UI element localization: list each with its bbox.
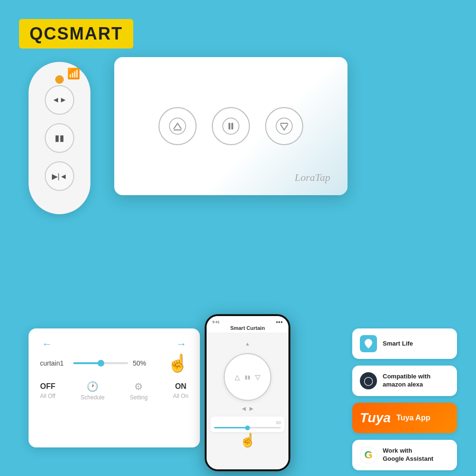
phone-slider-fill <box>214 427 248 428</box>
phone-header: 9:41●●● Smart Curtain <box>207 316 288 333</box>
action-on[interactable]: ON All On <box>173 382 188 399</box>
remote-control: 📶 ◄► ▮▮ ▶|◄ <box>29 62 90 214</box>
phone-nav-arrows: ▲ <box>245 341 250 347</box>
phone-hand-icon: ☝ <box>239 432 256 448</box>
panel-btn-close[interactable] <box>265 107 303 145</box>
google-assistant-label: Work withGoogle Assistant <box>383 447 433 463</box>
setting-icon: ⚙ <box>134 381 143 392</box>
phone-body: ▲ △ ▮▮ ▽ ◀▶ 50 ☝ <box>207 333 288 469</box>
phone-title: Smart Curtain <box>212 325 283 331</box>
arrow-right-icon: → <box>176 338 187 350</box>
curtain-label: curtain1 <box>40 359 69 367</box>
remote-btn-skip[interactable]: ▶|◄ <box>45 161 74 191</box>
phone-control-circle: △ ▮▮ ▽ <box>224 353 271 401</box>
slider-percentage: 50% <box>133 359 151 367</box>
phone-open-icon: △ <box>235 373 240 381</box>
svg-point-5 <box>276 118 292 134</box>
action-schedule[interactable]: 🕐 Schedule <box>81 381 105 401</box>
smart-life-icon <box>360 335 377 352</box>
slider-row: curtain1 50% ☝ <box>40 353 188 373</box>
panel-btn-open[interactable] <box>159 107 197 145</box>
phone-slider-track <box>214 427 281 428</box>
phone-slider-thumb <box>245 426 250 430</box>
panel-brand-label: LoraTap <box>295 171 330 184</box>
remote-btn-rewind[interactable]: ◄► <box>45 85 74 115</box>
hand-pointer-icon: ☝ <box>167 353 188 373</box>
badge-amazon-alexa: ◯ Compatible withamazon alexa <box>352 366 457 396</box>
curtain-slider[interactable] <box>73 362 128 364</box>
phone-slider-area: 50 <box>210 416 285 432</box>
alexa-icon: ◯ <box>360 372 377 389</box>
panel-btn-pause[interactable] <box>212 107 250 145</box>
brand-name: QCSMART <box>30 24 123 43</box>
slider-thumb <box>98 360 104 367</box>
badge-smart-life: Smart Life <box>352 328 457 359</box>
slider-fill <box>73 362 101 364</box>
app-card-actions: OFF All Off 🕐 Schedule ⚙ Setting ON All … <box>40 381 188 401</box>
badge-google-assistant: G Work withGoogle Assistant <box>352 440 457 470</box>
phone-screen: 9:41●●● Smart Curtain ▲ △ ▮▮ ▽ ◀▶ 50 <box>207 316 288 469</box>
app-card: ← → curtain1 50% ☝ OFF All Off 🕐 Schedul… <box>29 328 200 447</box>
svg-rect-4 <box>231 123 233 129</box>
schedule-icon: 🕐 <box>87 381 99 392</box>
switch-panel: LoraTap <box>114 57 347 195</box>
tuya-logo: Tuya <box>360 410 391 426</box>
google-icon: G <box>360 446 377 464</box>
svg-point-0 <box>169 118 186 134</box>
phone-mockup: 9:41●●● Smart Curtain ▲ △ ▮▮ ▽ ◀▶ 50 <box>205 314 290 471</box>
svg-point-2 <box>223 118 239 134</box>
app-card-arrows: ← → <box>40 338 188 350</box>
action-off[interactable]: OFF All Off <box>40 382 55 399</box>
tuya-label: Tuya App <box>397 413 430 423</box>
phone-pause-icon: ▮▮ <box>245 374 250 380</box>
compatibility-badges: Smart Life ◯ Compatible withamazon alexa… <box>352 328 457 470</box>
brand-logo: QCSMART <box>19 19 133 49</box>
remote-btn-pause[interactable]: ▮▮ <box>45 123 74 153</box>
wifi-icon: 📶 <box>67 68 80 80</box>
smart-life-label: Smart Life <box>383 340 413 348</box>
phone-close-icon: ▽ <box>255 373 260 381</box>
alexa-label: Compatible withamazon alexa <box>383 373 430 389</box>
action-setting[interactable]: ⚙ Setting <box>130 381 148 401</box>
remote-indicator <box>55 75 64 84</box>
svg-rect-3 <box>228 123 230 129</box>
arrow-left-icon: ← <box>42 338 52 350</box>
badge-tuya: Tuya Tuya App <box>352 403 457 433</box>
phone-slider-value: 50 <box>214 420 281 425</box>
phone-side-arrows: ◀▶ <box>242 406 253 412</box>
